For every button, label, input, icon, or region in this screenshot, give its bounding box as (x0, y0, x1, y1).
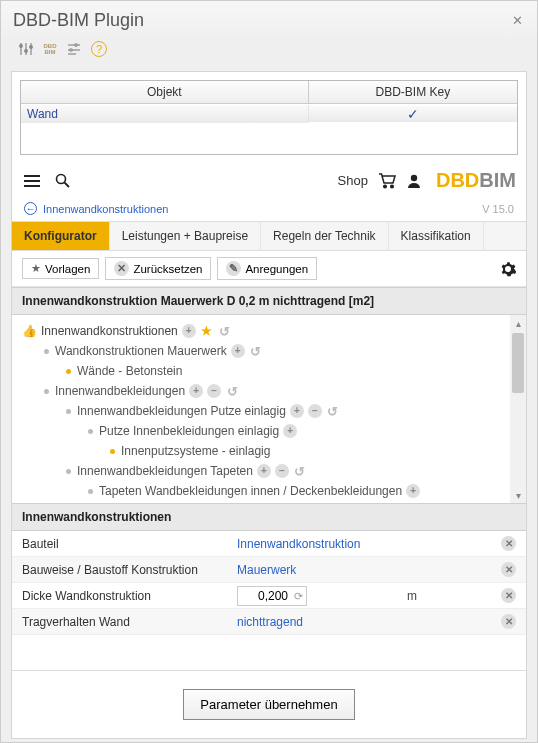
scroll-up-icon[interactable]: ▴ (510, 315, 526, 331)
history-icon[interactable]: ↺ (249, 344, 263, 358)
tab-leistungen[interactable]: Leistungen + Baupreise (110, 222, 261, 250)
cart-icon[interactable] (378, 173, 396, 189)
svg-point-9 (75, 44, 77, 46)
tab-regeln[interactable]: Regeln der Technik (261, 222, 389, 250)
param-row-tragverhalten: Tragverhalten Wand nichttragend ✕ (12, 609, 526, 635)
tree-node[interactable]: Innenwandbekleidungen Putze einlagig + −… (66, 401, 522, 421)
tree-node[interactable]: Wände - Betonstein (66, 361, 522, 381)
minus-icon[interactable]: − (308, 404, 322, 418)
shop-link[interactable]: Shop (338, 173, 368, 188)
spec-title: Innenwandkonstruktion Mauerwerk D 0,2 m … (12, 287, 526, 315)
scroll-down-icon[interactable]: ▾ (510, 487, 526, 503)
delete-icon[interactable]: ✕ (501, 614, 516, 629)
star-icon[interactable]: ★ (200, 324, 214, 338)
search-icon[interactable] (52, 171, 72, 191)
user-icon[interactable] (406, 173, 422, 189)
zuruecksetzen-button[interactable]: ✕Zurücksetzen (105, 257, 211, 280)
tree-label: Innenputzsysteme - einlagig (121, 444, 270, 458)
svg-point-4 (25, 50, 28, 53)
tree-node[interactable]: Innenwandbekleidungen + − ↺ (44, 381, 522, 401)
tree-area: 👍 Innenwandkonstruktionen + ★ ↺ Wandkons… (12, 315, 526, 503)
plus-icon[interactable]: + (406, 484, 420, 498)
tab-konfigurator[interactable]: Konfigurator (12, 222, 110, 250)
bullet-icon (66, 409, 71, 414)
close-icon[interactable]: ✕ (508, 11, 527, 30)
sub-toolbar: ★Vorlagen ✕Zurücksetzen ✎Anregungen (12, 251, 526, 287)
tree-label: Innenwandbekleidungen (55, 384, 185, 398)
brand-logo: DBDBIM (436, 169, 516, 192)
settings-sliders-icon[interactable] (63, 39, 85, 59)
version-label: V 15.0 (482, 203, 514, 215)
param-row-dicke: Dicke Wandkonstruktion ⟳ m ✕ (12, 583, 526, 609)
help-icon[interactable]: ? (91, 41, 107, 57)
svg-point-17 (391, 185, 394, 188)
param-value[interactable]: nichttragend (237, 615, 407, 629)
gear-icon[interactable] (500, 261, 516, 277)
svg-point-5 (30, 46, 33, 49)
svg-point-10 (70, 49, 72, 51)
thickness-input[interactable] (237, 586, 307, 606)
mapping-cell-objekt: Wand (21, 105, 309, 123)
minus-icon[interactable]: − (207, 384, 221, 398)
bullet-icon (66, 469, 71, 474)
tree-node[interactable]: Putze Innenbekleidungen einlagig + (88, 421, 522, 441)
tree-label: Tapeten Wandbekleidungen innen / Deckenb… (99, 484, 402, 498)
titlebar: DBD-BIM Plugin ✕ (1, 1, 537, 37)
history-icon[interactable]: ↺ (225, 384, 239, 398)
mapping-header-key[interactable]: DBD-BIM Key (309, 81, 517, 104)
delete-icon[interactable]: ✕ (501, 588, 516, 603)
tree-label: Wandkonstruktionen Mauerwerk (55, 344, 227, 358)
scrollbar[interactable]: ▴ ▾ (510, 315, 526, 503)
bullet-icon (44, 349, 49, 354)
bullet-icon (88, 429, 93, 434)
bullet-icon (44, 389, 49, 394)
plus-icon[interactable]: + (231, 344, 245, 358)
history-icon[interactable]: ↺ (218, 324, 232, 338)
history-icon[interactable]: ↺ (293, 464, 307, 478)
back-arrow-icon: ← (24, 202, 37, 215)
mapping-row[interactable]: Wand ✓ (21, 104, 517, 124)
zuruecksetzen-label: Zurücksetzen (133, 263, 202, 275)
tab-klassifikation[interactable]: Klassifikation (389, 222, 484, 250)
tree-label: Putze Innenbekleidungen einlagig (99, 424, 279, 438)
param-unit: m (407, 589, 437, 603)
minus-icon[interactable]: − (275, 464, 289, 478)
sliders-icon[interactable] (15, 39, 37, 59)
tree-node-root[interactable]: 👍 Innenwandkonstruktionen + ★ ↺ (22, 321, 522, 341)
apply-button[interactable]: Parameter übernehmen (183, 689, 354, 720)
menu-icon[interactable] (22, 171, 42, 191)
app-topbar: Shop DBDBIM (12, 163, 526, 198)
dbdbim-icon[interactable]: DBDBIM (39, 39, 61, 59)
params-list: Bauteil Innenwandkonstruktion ✕ Bauweise… (12, 531, 526, 635)
svg-point-3 (20, 45, 23, 48)
breadcrumb-label: Innenwandkonstruktionen (43, 203, 168, 215)
tree-node[interactable]: Innenwandbekleidungen Tapeten + − ↺ (66, 461, 522, 481)
top-toolbar: DBDBIM ? (1, 37, 537, 65)
param-label: Tragverhalten Wand (22, 615, 237, 629)
param-label: Bauteil (22, 537, 237, 551)
plus-icon[interactable]: + (257, 464, 271, 478)
plus-icon[interactable]: + (182, 324, 196, 338)
reset-icon: ✕ (114, 261, 129, 276)
vorlagen-label: Vorlagen (45, 263, 90, 275)
delete-icon[interactable]: ✕ (501, 562, 516, 577)
param-row-bauteil: Bauteil Innenwandkonstruktion ✕ (12, 531, 526, 557)
param-value[interactable]: Innenwandkonstruktion (237, 537, 407, 551)
delete-icon[interactable]: ✕ (501, 536, 516, 551)
param-label: Dicke Wandkonstruktion (22, 589, 237, 603)
param-value[interactable]: Mauerwerk (237, 563, 407, 577)
scroll-thumb[interactable] (512, 333, 524, 393)
tree-node[interactable]: Wandkonstruktionen Mauerwerk + ↺ (44, 341, 522, 361)
mapping-header-objekt[interactable]: Objekt (21, 81, 309, 104)
history-icon[interactable]: ↺ (326, 404, 340, 418)
plus-icon[interactable]: + (283, 424, 297, 438)
vorlagen-button[interactable]: ★Vorlagen (22, 258, 99, 279)
plus-icon[interactable]: + (189, 384, 203, 398)
breadcrumb-back[interactable]: ← Innenwandkonstruktionen (24, 202, 168, 215)
content-panel: Objekt DBD-BIM Key Wand ✓ Shop (11, 71, 527, 739)
anregungen-button[interactable]: ✎Anregungen (217, 257, 317, 280)
tree-node[interactable]: Innenputzsysteme - einlagig (110, 441, 522, 461)
tree-node[interactable]: Tapeten Wandbekleidungen innen / Deckenb… (88, 481, 522, 501)
tree[interactable]: 👍 Innenwandkonstruktionen + ★ ↺ Wandkons… (12, 315, 526, 503)
plus-icon[interactable]: + (290, 404, 304, 418)
